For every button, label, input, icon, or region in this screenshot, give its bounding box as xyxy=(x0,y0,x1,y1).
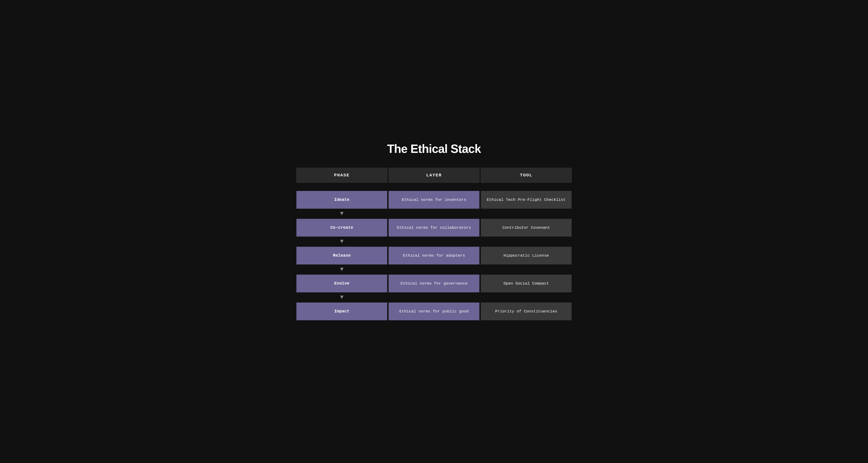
header-layer: LAYER xyxy=(388,167,480,183)
tool-open-social: Open Social Compact xyxy=(480,274,572,293)
arrow-down-icon-2: ▼ xyxy=(340,239,343,245)
empty-layer-arrow-2 xyxy=(388,237,480,246)
phase-release: Release xyxy=(296,246,388,265)
header-phase: PHASE xyxy=(296,167,388,183)
arrow-down-icon-1: ▼ xyxy=(340,211,343,217)
tool-preflight: Ethical Tech Pre-Flight Checklist xyxy=(480,190,572,209)
ethical-stack-table: PHASE LAYER TOOL Ideate Ethical norms fo… xyxy=(296,167,572,321)
page-title: The Ethical Stack xyxy=(296,142,572,156)
arrow-down-icon-4: ▼ xyxy=(340,295,343,301)
tool-priority-constituencies: Priority of Constituencies xyxy=(480,302,572,321)
phase-impact: Impact xyxy=(296,302,388,321)
phase-cocreate: Co-create xyxy=(296,218,388,237)
arrow-3: ▼ xyxy=(296,265,388,274)
empty-tool-arrow-4 xyxy=(480,293,572,302)
arrow-1: ▼ xyxy=(296,209,388,218)
layer-inventors: Ethical norms for inventors xyxy=(388,190,480,209)
tool-contributor-covenant: Contributor Covenant xyxy=(480,218,572,237)
phase-evolve: Evolve xyxy=(296,274,388,293)
spacer-2 xyxy=(388,183,480,190)
spacer-1 xyxy=(296,183,388,190)
empty-layer-arrow-4 xyxy=(388,293,480,302)
empty-layer-arrow-3 xyxy=(388,265,480,274)
layer-public-good: Ethical norms for public good xyxy=(388,302,480,321)
spacer-3 xyxy=(480,183,572,190)
empty-tool-arrow-3 xyxy=(480,265,572,274)
phase-ideate: Ideate xyxy=(296,190,388,209)
arrow-down-icon-3: ▼ xyxy=(340,267,343,273)
empty-tool-arrow-2 xyxy=(480,237,572,246)
empty-layer-arrow-1 xyxy=(388,209,480,218)
arrow-2: ▼ xyxy=(296,237,388,246)
layer-collaborators: Ethical norms for collaborators xyxy=(388,218,480,237)
page-wrapper: The Ethical Stack PHASE LAYER TOOL Ideat… xyxy=(296,142,572,321)
empty-tool-arrow-1 xyxy=(480,209,572,218)
layer-adopters: Ethical norms for adopters xyxy=(388,246,480,265)
tool-hippocratic: Hippocratic License xyxy=(480,246,572,265)
header-tool: TOOL xyxy=(480,167,572,183)
layer-governance: Ethical norms for governance xyxy=(388,274,480,293)
arrow-4: ▼ xyxy=(296,293,388,302)
